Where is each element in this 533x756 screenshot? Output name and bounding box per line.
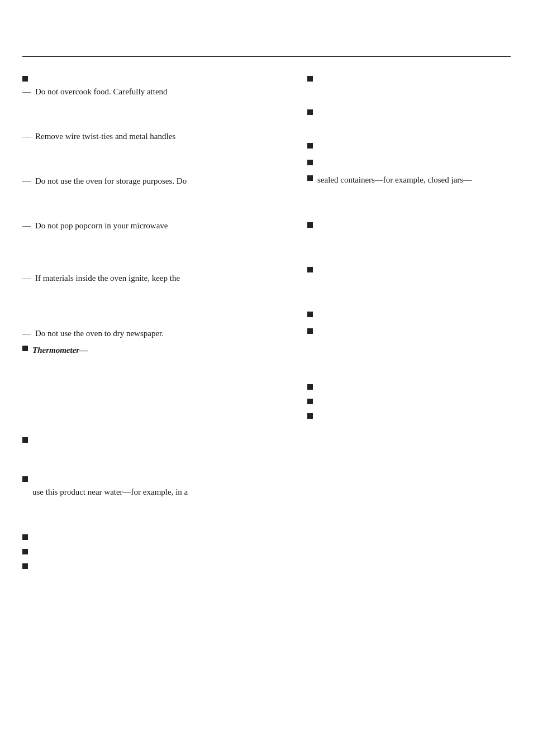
dash-icon: — [22,271,31,285]
spacer [307,85,511,107]
bullet-icon [307,143,313,149]
dash-icon: — [22,327,31,340]
list-item [22,561,285,569]
left-column: — Do not overcook food. Carefully attend… [22,74,285,572]
list-item [307,326,511,334]
list-item: — Do not use the oven for storage purpos… [22,174,285,188]
item-text: Remove wire twist-ties and metal handles [35,130,175,143]
list-item [307,157,511,165]
dash-icon: — [22,174,31,188]
spacer [22,446,285,474]
bullet-icon [307,384,313,390]
list-item [307,309,511,317]
item-text: Do not use the oven to dry newspaper. [35,327,164,340]
list-item [22,547,285,554]
item-text: sealed containers—for example, closed ja… [317,173,472,186]
list-item [307,107,511,115]
spacer [22,154,285,174]
spacer [22,109,285,130]
list-item: — If materials inside the oven ignite, k… [22,271,285,285]
bullet-icon [307,76,313,82]
list-item: — Do not pop popcorn in your microwave [22,219,285,232]
bullet-icon [307,328,313,334]
bullet-icon [307,175,313,181]
page-container: — Do not overcook food. Carefully attend… [0,56,533,756]
bullet-icon [22,534,28,540]
list-item: — Do not overcook food. Carefully attend [22,74,285,98]
bullet-icon [22,563,28,569]
bullet-icon [22,476,28,482]
spacer [307,118,511,141]
list-item [22,532,285,540]
bullet-icon [307,160,313,165]
spacer [307,337,511,382]
spacer [307,276,511,309]
bullet-icon [307,267,313,272]
item-text: use this product near water—for example,… [32,487,188,496]
spacer [22,296,285,327]
spacer [22,243,285,271]
list-item [307,265,511,272]
list-item [307,411,511,419]
bullet-icon [22,437,28,443]
list-item [307,396,511,404]
bullet-icon [307,413,313,419]
item-text-bold: Thermometer— [32,343,88,357]
list-item: use this product near water—for example,… [22,474,285,499]
list-item: sealed containers—for example, closed ja… [307,173,511,186]
spacer [22,510,285,532]
item-text: Do not pop popcorn in your microwave [35,219,168,232]
spacer [22,199,285,219]
bullet-icon [22,76,28,82]
spacer [307,320,511,326]
dash-icon: — [22,85,31,98]
dash-icon: — [22,219,31,232]
dash-icon: — [22,130,31,143]
bullet-icon [307,399,313,404]
bullet-icon [22,549,28,554]
list-item: — Do not use the oven to dry newspaper. … [22,327,285,357]
spacer [307,169,511,173]
spacer [22,368,285,435]
spacer [307,152,511,157]
list-item [22,435,285,443]
bullet-icon [307,312,313,317]
two-column-layout: — Do not overcook food. Carefully attend… [0,57,533,595]
list-item [307,220,511,228]
spacer [307,231,511,265]
spacer [307,197,511,220]
bullet-icon [307,222,313,228]
item-text: Do not use the oven for storage purposes… [35,174,187,188]
list-item [307,74,511,82]
bullet-icon [22,346,28,351]
list-item [307,382,511,390]
item-text: Do not overcook food. Carefully attend [35,85,168,98]
item-text: If materials inside the oven ignite, kee… [35,271,180,285]
right-column: sealed containers—for example, closed ja… [307,74,511,572]
list-item [307,141,511,149]
list-item: — Remove wire twist-ties and metal handl… [22,130,285,143]
bullet-icon [307,109,313,115]
